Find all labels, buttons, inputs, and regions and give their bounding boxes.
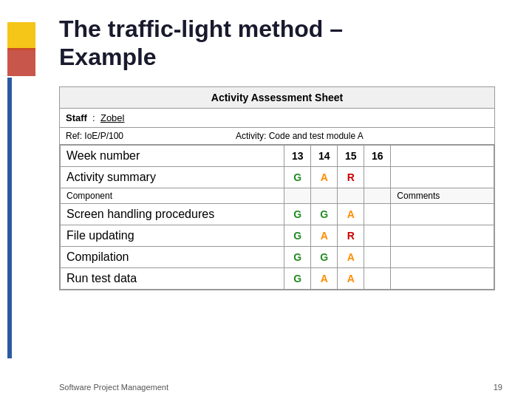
comp2-v1: G [284,246,311,267]
comp3-v2: A [311,267,338,289]
activity-assessment-sheet: Activity Assessment Sheet Staff : Zobel … [59,86,495,290]
table-row: File updating G A R [61,225,494,246]
comp1-v2: A [311,225,338,246]
comp2-comment [391,246,494,267]
comp1-comment [391,225,494,246]
activity-v1: G [284,166,311,188]
week-14: 14 [311,145,338,166]
page-title: The traffic-light method – Example [59,15,510,72]
comments-header: Comments [391,188,494,203]
comp3-v1: G [284,267,311,289]
table-row: Compilation G G A [61,246,494,267]
blue-line [7,78,12,358]
red-square [7,48,35,76]
ref-label: Ref: IoE/P/100 [66,131,236,141]
week-15: 15 [338,145,364,166]
ref-activity-row: Ref: IoE/P/100 Activity: Code and test m… [60,128,494,145]
activity-label: Activity summary [61,166,284,188]
comp0-v1: G [284,203,311,225]
activity-v3: R [338,166,364,188]
table-row: Screen handling procedures G G A [61,203,494,225]
comp3-v3: A [338,267,364,289]
comp0-v3: A [338,203,364,225]
component-header-row: Component Comments [61,188,494,203]
comp0-v4 [364,203,391,225]
yellow-square [7,22,35,50]
comp3-v4 [364,267,391,289]
component-header-label: Component [61,188,284,203]
comp3-comment [391,267,494,289]
comp1-v1: G [284,225,311,246]
component-name-1: File updating [61,225,284,246]
table-row: Run test data G A A [61,267,494,289]
footer: Software Project Management 19 [44,383,517,392]
comp0-comment [391,203,494,225]
comp0-v2: G [311,203,338,225]
footer-left-text: Software Project Management [44,383,168,392]
activity-v2: A [311,166,338,188]
staff-row: Staff : Zobel [60,109,494,128]
activity-label: Activity: Code and test module A [236,131,488,141]
main-content: The traffic-light method – Example Activ… [44,15,525,290]
sheet-header: Activity Assessment Sheet [60,87,494,109]
footer-page-number: 19 [494,383,517,392]
week-16: 16 [364,145,391,166]
data-table: Week number 13 14 15 16 Activity summary… [60,145,494,290]
comp1-v3: R [338,225,364,246]
component-name-0: Screen handling procedures [61,203,284,225]
component-name-3: Run test data [61,267,284,289]
week-row: Week number 13 14 15 16 [61,145,494,166]
comp2-v2: G [311,246,338,267]
week-label: Week number [61,145,284,166]
comp1-v4 [364,225,391,246]
week-comments-spacer [391,145,494,166]
component-name-2: Compilation [61,246,284,267]
comp2-v3: A [338,246,364,267]
activity-comments-spacer [391,166,494,188]
week-13: 13 [284,145,311,166]
activity-v4 [364,166,391,188]
comp2-v4 [364,246,391,267]
activity-summary-row: Activity summary G A R [61,166,494,188]
decorations [0,0,44,399]
